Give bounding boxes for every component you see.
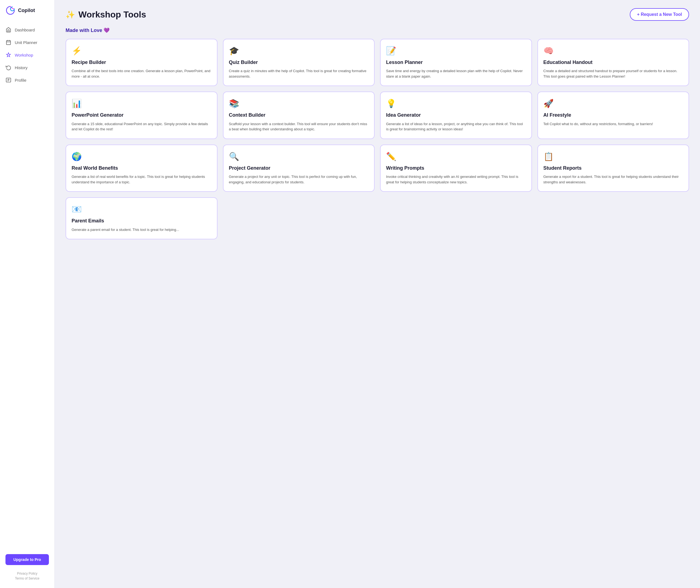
tool-card-parent-emails[interactable]: 📧 Parent Emails Generate a parent email … <box>66 197 217 239</box>
tool-name-real-world-benefits: Real World Benefits <box>72 165 211 171</box>
sidebar-nav: Dashboard Unit Planner Workshop History … <box>0 23 54 86</box>
tool-icon-parent-emails: 📧 <box>72 204 211 214</box>
tool-card-quiz-builder[interactable]: 🎓 Quiz Builder Create a quiz in minutes … <box>223 39 375 86</box>
tool-name-powerpoint-generator: PowerPoint Generator <box>72 112 211 118</box>
tool-card-recipe-builder[interactable]: ⚡ Recipe Builder Combine all of the best… <box>66 39 217 86</box>
sidebar-item-history-label: History <box>15 65 28 70</box>
tool-name-educational-handout: Educational Handout <box>543 59 683 66</box>
tool-icon-lesson-planner: 📝 <box>386 46 526 55</box>
tool-name-idea-generator: Idea Generator <box>386 112 526 118</box>
tool-desc-parent-emails: Generate a parent email for a student. T… <box>72 227 211 233</box>
svg-rect-0 <box>7 40 11 45</box>
tool-desc-educational-handout: Create a detailed and structured handout… <box>543 68 683 79</box>
tool-desc-real-world-benefits: Generate a list of real world benefits f… <box>72 174 211 185</box>
tool-icon-student-reports: 📋 <box>543 152 683 161</box>
tool-card-writing-prompts[interactable]: ✏️ Writing Prompts Invoke critical think… <box>380 145 532 192</box>
tool-icon-educational-handout: 🧠 <box>543 46 683 55</box>
tool-name-lesson-planner: Lesson Planner <box>386 59 526 66</box>
profile-icon <box>5 77 11 83</box>
app-name: Copilot <box>18 8 35 13</box>
tool-icon-ai-freestyle: 🚀 <box>543 99 683 108</box>
tool-icon-writing-prompts: ✏️ <box>386 152 526 161</box>
tools-grid: ⚡ Recipe Builder Combine all of the best… <box>66 39 689 239</box>
tool-desc-recipe-builder: Combine all of the best tools into one c… <box>72 68 211 79</box>
tool-desc-ai-freestyle: Tell Copilot what to do, without any res… <box>543 121 683 127</box>
tool-desc-idea-generator: Generate a list of ideas for a lesson, p… <box>386 121 526 132</box>
section-label: Made with Love 💜 <box>66 27 689 33</box>
tool-icon-powerpoint-generator: 📊 <box>72 99 211 108</box>
workshop-tools-icon: ✨ <box>66 10 75 19</box>
tool-name-student-reports: Student Reports <box>543 165 683 171</box>
tool-name-writing-prompts: Writing Prompts <box>386 165 526 171</box>
sidebar-item-workshop[interactable]: Workshop <box>0 49 54 61</box>
tool-name-ai-freestyle: AI Freestyle <box>543 112 683 118</box>
history-icon <box>5 64 11 70</box>
tool-icon-recipe-builder: ⚡ <box>72 46 211 55</box>
home-icon <box>5 27 11 33</box>
sidebar-item-unit-planner[interactable]: Unit Planner <box>0 36 54 49</box>
tool-card-lesson-planner[interactable]: 📝 Lesson Planner Save time and energy by… <box>380 39 532 86</box>
tool-card-idea-generator[interactable]: 💡 Idea Generator Generate a list of idea… <box>380 92 532 139</box>
tool-desc-lesson-planner: Save time and energy by creating a detai… <box>386 68 526 79</box>
sidebar-footer: Privacy Policy Terms of Service <box>0 569 54 583</box>
sidebar-item-profile[interactable]: Profile <box>0 74 54 86</box>
page-title-area: ✨ Workshop Tools <box>66 10 146 20</box>
tool-desc-context-builder: Scaffold your lesson with a context buil… <box>229 121 369 132</box>
tool-icon-idea-generator: 💡 <box>386 99 526 108</box>
tool-card-ai-freestyle[interactable]: 🚀 AI Freestyle Tell Copilot what to do, … <box>537 92 689 139</box>
tool-icon-real-world-benefits: 🌍 <box>72 152 211 161</box>
request-new-tool-button[interactable]: + Request a New Tool <box>630 8 689 21</box>
sidebar-item-unit-planner-label: Unit Planner <box>15 40 37 45</box>
sidebar-item-dashboard[interactable]: Dashboard <box>0 23 54 36</box>
sparkles-icon <box>5 52 11 58</box>
tool-desc-student-reports: Generate a report for a student. This to… <box>543 174 683 185</box>
tool-name-parent-emails: Parent Emails <box>72 218 211 224</box>
tool-card-project-generator[interactable]: 🔍 Project Generator Generate a project f… <box>223 145 375 192</box>
logo-icon <box>5 5 15 15</box>
logo-area: Copilot <box>0 5 54 23</box>
tool-desc-quiz-builder: Create a quiz in minutes with the help o… <box>229 68 369 79</box>
tool-desc-project-generator: Generate a project for any unit or topic… <box>229 174 369 185</box>
tool-name-context-builder: Context Builder <box>229 112 369 118</box>
main-content: ✨ Workshop Tools + Request a New Tool Ma… <box>55 0 700 588</box>
tool-card-real-world-benefits[interactable]: 🌍 Real World Benefits Generate a list of… <box>66 145 217 192</box>
tool-card-powerpoint-generator[interactable]: 📊 PowerPoint Generator Generate a 15 sli… <box>66 92 217 139</box>
calendar-icon <box>5 39 11 45</box>
tool-card-context-builder[interactable]: 📚 Context Builder Scaffold your lesson w… <box>223 92 375 139</box>
tool-icon-context-builder: 📚 <box>229 99 369 108</box>
tool-desc-powerpoint-generator: Generate a 15 slide, educational PowerPo… <box>72 121 211 132</box>
sidebar: Copilot Dashboard Unit Planner Workshop … <box>0 0 55 588</box>
tool-card-student-reports[interactable]: 📋 Student Reports Generate a report for … <box>537 145 689 192</box>
upgrade-button[interactable]: Upgrade to Pro <box>5 554 49 565</box>
page-title: Workshop Tools <box>78 10 146 20</box>
page-header: ✨ Workshop Tools + Request a New Tool <box>66 8 689 21</box>
tool-card-educational-handout[interactable]: 🧠 Educational Handout Create a detailed … <box>537 39 689 86</box>
terms-of-service-link[interactable]: Terms of Service <box>15 577 39 580</box>
sidebar-item-history[interactable]: History <box>0 61 54 74</box>
tool-name-project-generator: Project Generator <box>229 165 369 171</box>
sidebar-item-workshop-label: Workshop <box>15 53 33 57</box>
tool-name-quiz-builder: Quiz Builder <box>229 59 369 66</box>
sidebar-item-dashboard-label: Dashboard <box>15 28 35 32</box>
sidebar-item-profile-label: Profile <box>15 78 27 83</box>
privacy-policy-link[interactable]: Privacy Policy <box>17 572 37 575</box>
tool-name-recipe-builder: Recipe Builder <box>72 59 211 66</box>
tool-icon-quiz-builder: 🎓 <box>229 46 369 55</box>
tool-desc-writing-prompts: Invoke critical thinking and creativity … <box>386 174 526 185</box>
tool-icon-project-generator: 🔍 <box>229 152 369 161</box>
